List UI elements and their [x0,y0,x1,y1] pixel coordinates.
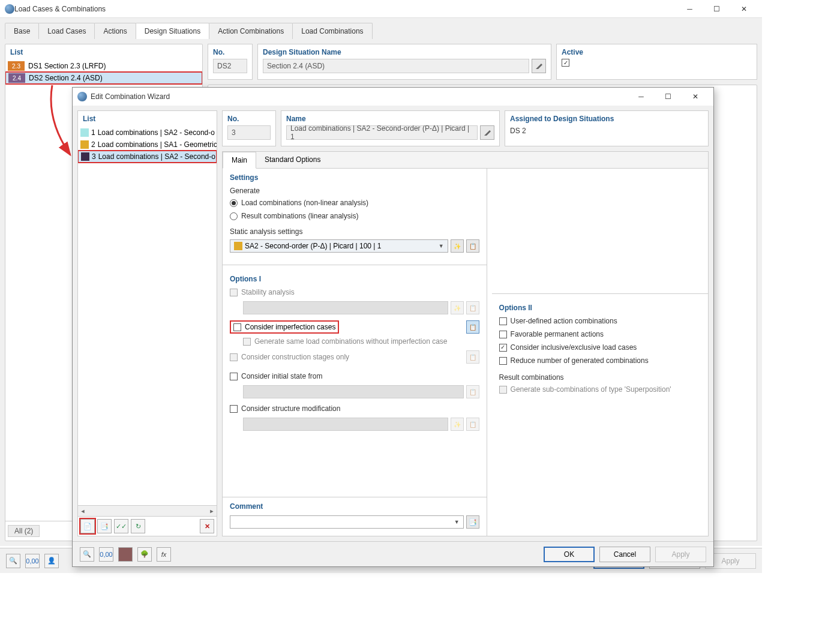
pencil-icon [484,129,491,136]
structure-mod-dropdown [243,418,448,431]
no-label: No. [213,48,247,56]
app-icon [5,4,14,14]
initial-state-dropdown [243,385,464,398]
help-icon[interactable]: 🔍 [6,554,20,568]
stability-dropdown [243,301,448,314]
wizard-tabs-panel: Main Standard Options Settings Generate … [222,151,709,536]
active-checkbox[interactable] [562,59,569,67]
wizard-cancel-button[interactable]: Cancel [599,547,650,562]
initial-state-checkbox-row[interactable]: Consider initial state from [230,372,479,380]
main-titlebar: Load Cases & Combinations ─ ☐ ✕ [0,0,762,18]
row-num: 3 [92,152,96,161]
units-icon[interactable]: 0,00 [25,554,40,568]
wizard-delete-icon[interactable]: ✕ [200,519,214,533]
comment-title: Comment [230,502,479,511]
wizard-no-value: 3 [227,125,271,140]
pencil-icon [535,62,542,70]
row-text: Load combinations | SA1 - Geometric [98,140,217,149]
wizard-right-column: Options II User-defined action combinati… [492,169,708,536]
favorable-checkbox-row[interactable]: Favorable permanent actions [499,330,701,338]
chevron-down-icon: ▼ [439,243,444,249]
tab-action-combinations[interactable]: Action Combinations [209,23,293,39]
edit-analysis-icon[interactable]: 📋 [466,239,479,253]
imperfection-label: Consider imperfection cases [245,323,335,331]
wizard-apply-button[interactable]: Apply [655,547,706,562]
reduce-checkbox-row[interactable]: Reduce number of generated combinations [499,356,701,365]
radio-result-combinations[interactable]: Result combinations (linear analysis) [230,212,479,220]
wizard-color-icon[interactable] [118,547,133,562]
edit-icon: 📋 [466,418,479,431]
list-row-text: DS2 Section 2.4 (ASD) [29,74,103,82]
wizard-list-row-3[interactable]: 3 Load combinations | SA2 - Second-o [78,151,217,163]
wizard-title: Edit Combination Wizard [91,92,628,101]
name-value[interactable]: Section 2.4 (ASD) [263,59,529,73]
tab-actions[interactable]: Actions [94,23,136,39]
tab-design-situations[interactable]: Design Situations [136,23,209,39]
name-label: Design Situation Name [263,48,546,56]
tab-base[interactable]: Base [5,23,39,39]
row-text: Load combinations | SA2 - Second-o [98,128,215,137]
imperfection-edit-icon[interactable]: 📋 [466,320,479,334]
swatch-cyan [80,128,89,137]
wizard-refresh-icon[interactable]: ↻ [131,519,145,533]
checkbox-icon [499,357,507,365]
scroll-right-icon[interactable]: ► [207,508,217,514]
edit-icon: 📋 [466,385,479,398]
tab-load-combinations[interactable]: Load Combinations [292,23,372,39]
wizard-units-icon[interactable]: 0,00 [99,547,113,562]
wizard-name-value[interactable]: Load combinations | SA2 - Second-order (… [286,125,478,140]
wizard-bottom-bar: 🔍 0,00 🌳 fx OK Cancel Apply [73,541,713,566]
wizard-close-button[interactable]: ✕ [682,88,709,105]
swatch-darkpurple [81,152,89,161]
wizard-new-icon[interactable]: 📄 [80,519,95,533]
structure-mod-checkbox-row[interactable]: Consider structure modification [230,404,479,413]
wizard-maximize-button[interactable]: ☐ [655,88,682,105]
static-analysis-dropdown[interactable]: SA2 - Second-order (P-Δ) | Picard | 100 … [230,239,448,253]
wizard-check-icon[interactable]: ✓✓ [114,519,128,533]
wizard-assigned-value: DS 2 [510,125,703,136]
wizard-list-footer: 📄 📑 ✓✓ ↻ ✕ [78,516,217,536]
wizard-copy-icon[interactable]: 📑 [97,519,112,533]
wizard-edit-name-button[interactable] [480,125,494,140]
comment-dropdown[interactable]: ▼ [230,515,464,529]
chevron-down-icon: ▼ [454,519,460,525]
tab-standard-options[interactable]: Standard Options [256,152,329,168]
minimize-button[interactable]: ─ [676,1,703,17]
swatch-gold [80,140,89,149]
construction-checkbox [230,353,238,361]
imperfection-checkbox[interactable] [233,323,241,331]
new-analysis-icon[interactable]: ✨ [451,239,464,253]
comment-copy-icon[interactable]: 📑 [466,515,479,529]
edit-name-button[interactable] [532,59,546,73]
user-defined-checkbox-row[interactable]: User-defined action combinations [499,317,701,325]
wizard-titlebar: Edit Combination Wizard ─ ☐ ✕ [73,88,713,106]
wizard-minimize-button[interactable]: ─ [628,88,655,105]
wizard-tree-icon[interactable]: 🌳 [137,547,152,562]
static-analysis-label: Static analysis settings [230,227,479,236]
wizard-help-icon[interactable]: 🔍 [80,547,94,562]
list-row-ds1[interactable]: 2.3 DS1 Section 2.3 (LRFD) [5,60,202,72]
inclusive-checkbox-row[interactable]: Consider inclusive/exclusive load cases [499,343,701,352]
wizard-list-row-1[interactable]: 1 Load combinations | SA2 - Second-o [78,127,217,139]
wizard-list-hscroll[interactable]: ◄ ► [78,505,217,516]
checkbox-icon [499,386,507,394]
tab-main[interactable]: Main [223,152,256,169]
options2-section: Options II User-defined action combinati… [492,299,708,403]
radio-icon [230,199,238,207]
scroll-left-icon[interactable]: ◄ [78,508,88,514]
maximize-button[interactable]: ☐ [703,1,730,17]
radio-load-combinations[interactable]: Load combinations (non-linear analysis) [230,199,479,207]
list-row-ds2[interactable]: 2.4 DS2 Section 2.4 (ASD) [5,72,202,84]
active-field-group: Active [556,44,757,80]
wizard-no-label: No. [227,115,271,123]
close-button[interactable]: ✕ [730,1,757,17]
tree-icon[interactable]: 👤 [44,554,59,568]
main-title: Load Cases & Combinations [14,5,676,13]
wizard-list-row-2[interactable]: 2 Load combinations | SA1 - Geometric [78,139,217,151]
wizard-ok-button[interactable]: OK [544,547,595,562]
list-filter[interactable]: All (2) [8,525,40,537]
main-tab-strip: Base Load Cases Actions Design Situation… [5,23,757,39]
tab-load-cases[interactable]: Load Cases [38,23,95,39]
wizard-fx-icon[interactable]: fx [157,547,171,562]
gen-sub-checkbox-row: Generate sub-combinations of type 'Super… [499,385,701,394]
